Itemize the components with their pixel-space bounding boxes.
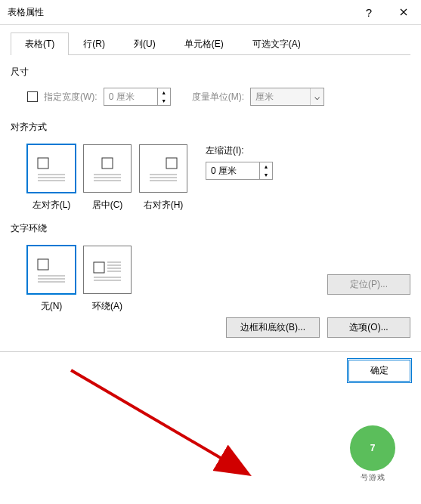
align-right-option[interactable]: 右对齐(H) [139, 144, 187, 212]
align-right-icon [139, 144, 187, 193]
tab-cell[interactable]: 单元格(E) [170, 32, 238, 55]
unit-select[interactable]: 厘米 ⌵ [250, 88, 324, 106]
indent-spinner[interactable]: ▲▼ [206, 162, 273, 180]
indent-label: 左缩进(I): [206, 144, 273, 157]
specify-width-checkbox[interactable] [27, 91, 38, 102]
wrap-group-label: 文字环绕 [11, 222, 410, 235]
align-left-option[interactable]: 左对齐(L) [27, 144, 76, 212]
tab-table[interactable]: 表格(T) [11, 32, 69, 55]
options-button[interactable]: 选项(O)... [327, 317, 410, 338]
wrap-none-option[interactable]: 无(N) [27, 246, 76, 313]
help-button[interactable]: ? [351, 0, 386, 24]
width-input[interactable] [104, 88, 157, 105]
close-icon [400, 8, 407, 16]
tab-row[interactable]: 行(R) [69, 32, 119, 55]
indent-input[interactable] [206, 162, 259, 179]
wrap-none-icon [27, 246, 76, 294]
align-left-icon [27, 144, 76, 193]
svg-rect-16 [94, 262, 104, 273]
down-icon[interactable]: ▼ [158, 97, 170, 105]
tab-alttext[interactable]: 可选文字(A) [238, 32, 315, 55]
svg-rect-4 [102, 158, 113, 169]
unit-value: 厘米 [251, 88, 310, 105]
tabs: 表格(T) 行(R) 列(U) 单元格(E) 可选文字(A) [11, 32, 410, 55]
svg-rect-8 [166, 158, 177, 169]
align-center-icon [83, 144, 132, 193]
svg-rect-0 [38, 158, 48, 169]
up-icon[interactable]: ▲ [260, 162, 272, 171]
down-icon[interactable]: ▼ [260, 171, 272, 179]
borders-shading-button[interactable]: 边框和底纹(B)... [226, 317, 320, 338]
tab-column[interactable]: 列(U) [119, 32, 170, 55]
svg-rect-12 [38, 259, 48, 270]
unit-label: 度量单位(M): [192, 91, 244, 104]
align-center-option[interactable]: 居中(C) [83, 144, 132, 212]
specify-width-label: 指定宽度(W): [44, 91, 98, 104]
close-button[interactable] [386, 0, 421, 24]
dialog-title: 表格属性 [8, 6, 351, 19]
ok-button[interactable]: 确定 [348, 360, 410, 382]
wrap-around-icon [83, 246, 132, 294]
align-group-label: 对齐方式 [11, 121, 410, 134]
size-group-label: 尺寸 [11, 66, 410, 79]
positioning-button[interactable]: 定位(P)... [327, 274, 410, 295]
width-spinner[interactable]: ▲▼ [104, 88, 171, 106]
wrap-around-option[interactable]: 环绕(A) [83, 246, 132, 313]
chevron-down-icon: ⌵ [310, 88, 323, 105]
up-icon[interactable]: ▲ [158, 88, 170, 97]
